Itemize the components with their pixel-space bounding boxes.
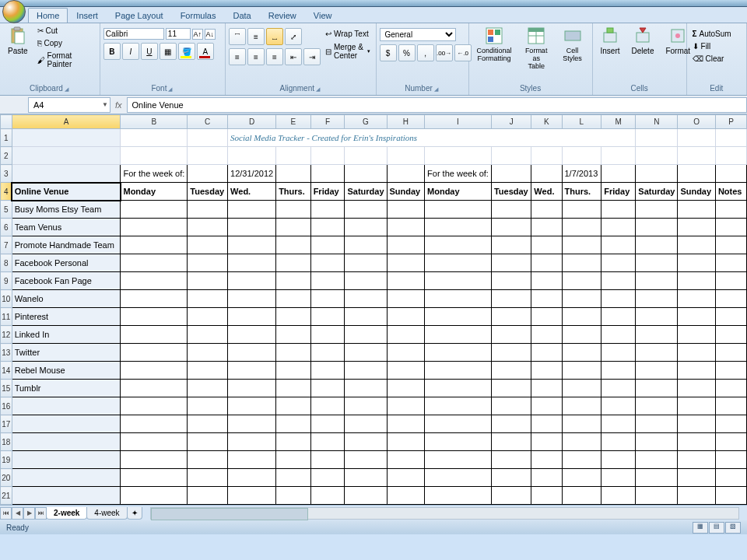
cell-J13[interactable] <box>491 344 531 362</box>
row-header-14[interactable]: 14 <box>1 362 12 380</box>
cell-F20[interactable] <box>310 469 345 487</box>
row-header-20[interactable]: 20 <box>1 469 12 487</box>
cell-J8[interactable] <box>491 254 531 272</box>
col-header-M[interactable]: M <box>601 115 636 129</box>
cell-G18[interactable] <box>345 433 387 451</box>
cell-D4[interactable]: Wed. <box>228 183 276 201</box>
cell-K19[interactable] <box>531 451 562 469</box>
currency-button[interactable]: $ <box>380 44 397 61</box>
wrap-text-button[interactable]: ↩Wrap Text <box>323 28 373 40</box>
cell-F18[interactable] <box>310 433 345 451</box>
cell-O18[interactable] <box>678 433 716 451</box>
cell-L17[interactable] <box>562 415 601 433</box>
cell-P3[interactable] <box>715 165 746 183</box>
cell-O20[interactable] <box>678 469 716 487</box>
cell-styles-button[interactable]: Cell Styles <box>556 25 589 64</box>
cell-B13[interactable] <box>121 344 188 362</box>
grow-font-button[interactable]: A↑ <box>192 29 203 40</box>
cell-L14[interactable] <box>562 362 601 380</box>
cell-E3[interactable] <box>276 165 311 183</box>
cell-N16[interactable] <box>636 397 678 415</box>
cell-N10[interactable] <box>636 290 678 308</box>
col-header-C[interactable]: C <box>188 115 228 129</box>
cell-K4[interactable]: Wed. <box>531 183 562 201</box>
cell-D14[interactable] <box>228 362 276 380</box>
cell-H2[interactable] <box>387 147 425 165</box>
cell-P1[interactable] <box>715 129 746 147</box>
cell-M12[interactable] <box>601 326 636 344</box>
cell-M15[interactable] <box>601 380 636 397</box>
cell-M6[interactable] <box>601 219 636 236</box>
col-header-F[interactable]: F <box>310 115 345 129</box>
cell-F17[interactable] <box>310 415 345 433</box>
cell-C7[interactable] <box>188 236 228 254</box>
cell-P17[interactable] <box>715 415 746 433</box>
col-header-P[interactable]: P <box>715 115 746 129</box>
cell-N1[interactable] <box>636 129 678 147</box>
fill-button[interactable]: ⬇Fill <box>690 40 714 52</box>
cell-K2[interactable] <box>531 147 562 165</box>
cell-H4[interactable]: Sunday <box>387 183 425 201</box>
col-header-D[interactable]: D <box>228 115 276 129</box>
cell-L16[interactable] <box>562 397 601 415</box>
cell-C2[interactable] <box>188 147 228 165</box>
cell-C19[interactable] <box>188 451 228 469</box>
cell-O16[interactable] <box>678 397 716 415</box>
cell-N2[interactable] <box>636 147 678 165</box>
cell-M19[interactable] <box>601 451 636 469</box>
cell-P5[interactable] <box>715 201 746 219</box>
cell-H5[interactable] <box>387 201 425 219</box>
cell-B10[interactable] <box>121 290 188 308</box>
cell-P18[interactable] <box>715 433 746 451</box>
cell-F13[interactable] <box>310 344 345 362</box>
col-header-L[interactable]: L <box>562 115 601 129</box>
cell-L2[interactable] <box>562 147 601 165</box>
cell-M7[interactable] <box>601 236 636 254</box>
cell-O5[interactable] <box>678 201 716 219</box>
cell-H13[interactable] <box>387 344 425 362</box>
cell-D7[interactable] <box>228 236 276 254</box>
align-left-button[interactable]: ≡ <box>229 48 246 65</box>
col-header-O[interactable]: O <box>678 115 716 129</box>
cell-D13[interactable] <box>228 344 276 362</box>
cell-G7[interactable] <box>345 236 387 254</box>
new-sheet-button[interactable]: ✦ <box>127 507 142 520</box>
cell-P15[interactable] <box>715 380 746 397</box>
cell-L21[interactable] <box>562 487 601 505</box>
row-header-9[interactable]: 9 <box>1 272 12 290</box>
row-header-10[interactable]: 10 <box>1 290 12 308</box>
cell-H9[interactable] <box>387 272 425 290</box>
cell-P6[interactable] <box>715 219 746 236</box>
name-box[interactable]: A4▼ <box>28 97 110 113</box>
alignment-launcher[interactable]: ◢ <box>314 86 321 92</box>
cell-M10[interactable] <box>601 290 636 308</box>
cell-D11[interactable] <box>228 308 276 326</box>
cell-E14[interactable] <box>276 362 311 380</box>
indent-inc-button[interactable]: ⇥ <box>303 48 321 65</box>
cell-G3[interactable] <box>345 165 387 183</box>
cell-G17[interactable] <box>345 415 387 433</box>
cell-E16[interactable] <box>276 397 311 415</box>
cell-H12[interactable] <box>387 326 425 344</box>
cell-E13[interactable] <box>276 344 311 362</box>
cell-J9[interactable] <box>491 272 531 290</box>
cell-H19[interactable] <box>387 451 425 469</box>
cell-J3[interactable] <box>491 165 531 183</box>
cell-O4[interactable]: Sunday <box>678 183 716 201</box>
tab-insert[interactable]: Insert <box>68 8 107 23</box>
cell-P11[interactable] <box>715 308 746 326</box>
cell-G14[interactable] <box>345 362 387 380</box>
cell-F16[interactable] <box>310 397 345 415</box>
tab-view[interactable]: View <box>305 8 341 23</box>
cell-M11[interactable] <box>601 308 636 326</box>
cell-I6[interactable] <box>425 219 492 236</box>
row-header-4[interactable]: 4 <box>1 183 12 201</box>
cell-H8[interactable] <box>387 254 425 272</box>
col-header-H[interactable]: H <box>387 115 425 129</box>
cell-A20[interactable] <box>12 469 121 487</box>
cell-I8[interactable] <box>425 254 492 272</box>
cell-N8[interactable] <box>636 254 678 272</box>
cell-L20[interactable] <box>562 469 601 487</box>
cell-D10[interactable] <box>228 290 276 308</box>
cell-L18[interactable] <box>562 433 601 451</box>
